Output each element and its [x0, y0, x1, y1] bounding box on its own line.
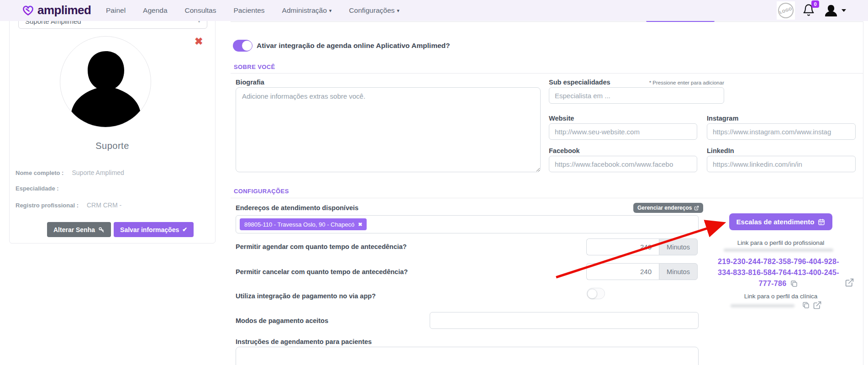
top-navbar: amplimed Painel Agenda Consultas Pacient…	[0, 0, 868, 21]
avatar	[60, 36, 151, 127]
payment-modes-label: Modos de pagamento aceitos	[236, 317, 328, 324]
linkedin-input[interactable]	[707, 156, 856, 172]
field-value: Suporte Amplimed	[72, 169, 124, 176]
external-link-icon	[813, 301, 822, 310]
open-clinic-link-button[interactable]	[813, 301, 822, 310]
save-info-button[interactable]: Salvar informações ✔	[114, 222, 194, 237]
addresses-label: Endereços de atendimento disponíveis	[236, 204, 358, 212]
biography-textarea[interactable]	[236, 87, 541, 172]
chevron-down-icon: ▾	[329, 8, 332, 14]
sub-specialties-input[interactable]	[549, 87, 724, 104]
notifications-button[interactable]: 0	[802, 3, 816, 18]
schedule-advance-label: Permitir agendar com quanto tempo de ant…	[236, 243, 407, 250]
clinic-logo-stamp-icon[interactable]: LOGO	[777, 1, 795, 20]
address-tag: 89805-110 - Travessa Oslo, 90 - Chapecó …	[240, 218, 367, 230]
profile-display-name: Suporte	[10, 141, 215, 151]
nav-item-painel[interactable]: Painel	[106, 6, 126, 15]
nav-item-configuracoes[interactable]: Configurações▾	[349, 6, 399, 15]
field-label: Especialidade :	[16, 185, 59, 192]
copy-clinic-link-button[interactable]	[802, 301, 810, 309]
website-label: Website	[549, 115, 574, 122]
heart-logo-icon	[22, 5, 34, 16]
payment-modes-input[interactable]	[430, 312, 699, 329]
remove-tag-icon[interactable]: ✖	[358, 222, 362, 227]
copy-icon	[802, 301, 810, 309]
toggle-knob	[587, 289, 597, 299]
key-icon	[98, 227, 105, 233]
divider	[231, 73, 863, 74]
profile-settings-page: amplimed Painel Agenda Consultas Pacient…	[0, 0, 868, 365]
chevron-down-icon	[842, 9, 846, 12]
section-sobre-voce: SOBRE VOCÊ	[234, 63, 275, 70]
addresses-multiselect[interactable]: 89805-110 - Travessa Oslo, 90 - Chapecó …	[236, 215, 699, 233]
agenda-integration-label: Ativar integração de agenda online Aplic…	[257, 42, 450, 50]
payment-integration-label: Utiliza integração de pagamento no via a…	[236, 292, 376, 300]
user-menu[interactable]	[823, 3, 846, 18]
website-input[interactable]	[549, 123, 697, 140]
payment-integration-toggle[interactable]	[587, 288, 605, 299]
facebook-input[interactable]	[549, 156, 697, 172]
minutes-addon: Minutos	[659, 238, 698, 255]
instagram-input[interactable]	[707, 123, 856, 140]
card-buttons: Alterar Senha Salvar informações ✔	[47, 222, 194, 237]
facebook-label: Facebook	[549, 147, 580, 154]
redacted-text	[724, 249, 833, 252]
external-link-icon	[845, 278, 854, 287]
schedule-advance-input[interactable]	[586, 238, 659, 255]
instagram-label: Instagram	[707, 115, 738, 122]
nav-item-consultas[interactable]: Consultas	[185, 6, 216, 15]
minutes-addon: Minutos	[659, 263, 698, 280]
redacted-text	[731, 304, 794, 307]
calendar-icon	[818, 218, 825, 226]
cancel-advance-label: Permitir cancelar com quanto tempo de an…	[236, 268, 408, 275]
field-label: Registro profissional :	[16, 202, 79, 209]
external-link-icon	[694, 206, 699, 211]
toggle-knob	[242, 40, 253, 51]
content-right-border	[863, 21, 863, 365]
copy-icon[interactable]	[790, 280, 798, 288]
profile-card: Suporte Amplimed ▾ ✖ Suporte Nome comple…	[9, 11, 216, 243]
nav-item-agenda[interactable]: Agenda	[143, 6, 167, 15]
professional-profile-link[interactable]: 219-230-244-782-358-796-404-928- 334-833…	[703, 256, 854, 289]
field-label: Nome completo :	[16, 169, 63, 176]
change-password-button[interactable]: Alterar Senha	[47, 222, 111, 237]
nav-item-pacientes[interactable]: Pacientes	[233, 6, 264, 15]
info-row-registro: Registro profissional : CRM CRM -	[16, 201, 121, 209]
close-icon[interactable]: ✖	[195, 37, 203, 47]
sub-specialties-hint: * Pressione enter para adicionar	[633, 80, 724, 85]
linkedin-label: LinkedIn	[707, 147, 734, 154]
info-row-nome: Nome completo : Suporte Amplimed	[16, 169, 124, 176]
instructions-textarea[interactable]	[236, 347, 699, 365]
navbar-right-icons: LOGO 0	[777, 0, 846, 21]
cancel-advance-group: Minutos	[586, 263, 698, 280]
agenda-integration-toggle[interactable]	[233, 40, 252, 52]
chevron-down-icon: ▾	[397, 8, 400, 14]
brand-logo[interactable]: amplimed	[22, 3, 91, 17]
user-avatar-icon	[823, 3, 839, 18]
manage-addresses-button[interactable]: Gerenciar endereços	[633, 203, 703, 213]
nav-item-administracao[interactable]: Administração▾	[282, 6, 332, 15]
brand-name: amplimed	[37, 3, 91, 17]
divider	[231, 198, 863, 198]
clinic-link-caption: Link para o perfil da clínica	[712, 293, 849, 300]
open-professional-link-button[interactable]	[845, 278, 854, 287]
schedule-advance-group: Minutos	[586, 238, 698, 255]
escalas-atendimento-button[interactable]: Escalas de atendimento	[729, 213, 832, 230]
professional-link-caption: Link para o perfil do profissional	[712, 239, 849, 246]
cancel-advance-input[interactable]	[586, 263, 659, 280]
biography-label: Biografia	[236, 79, 264, 86]
check-icon: ✔	[182, 226, 187, 233]
notification-badge: 0	[811, 0, 819, 8]
nav-links: Painel Agenda Consultas Pacientes Admini…	[106, 0, 400, 21]
person-silhouette-icon	[60, 37, 151, 127]
sub-specialties-label: Sub especialidades	[549, 79, 610, 86]
content-top-border	[231, 21, 863, 22]
info-row-especialidade: Especialidade :	[16, 185, 67, 192]
section-configuracoes: CONFIGURAÇÕES	[234, 188, 289, 195]
field-value: CRM CRM -	[87, 201, 121, 209]
instructions-label: Instruções de agendamento para pacientes	[236, 338, 372, 345]
